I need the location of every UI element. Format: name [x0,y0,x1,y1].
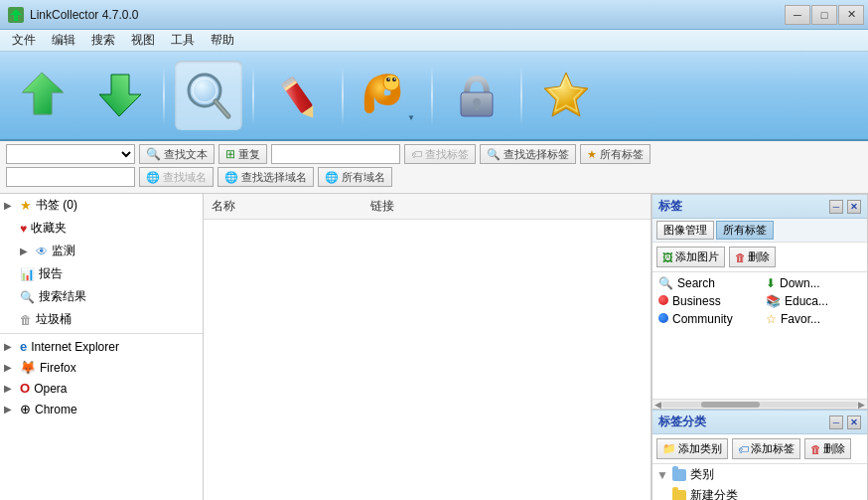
forward-button[interactable] [85,61,153,130]
svg-marker-21 [544,73,588,116]
tag-item-search[interactable]: 🔍 Search [652,274,760,292]
tags-scrollbar[interactable]: ◀ ▶ [652,399,867,409]
menu-file[interactable]: 文件 [4,30,44,51]
tree-item-chrome[interactable]: ▶ ⊕ Chrome [0,399,203,419]
expand-opera: ▶ [4,383,16,394]
tree-item-monitor[interactable]: ▶ 👁 监测 [0,240,203,262]
toolbar-divider-4 [431,66,433,125]
all-domains-button[interactable]: 🌐 所有域名 [318,167,392,187]
cat-tree-item-root[interactable]: ▼ 类别 [652,464,867,485]
search-dropdown[interactable] [6,144,135,164]
firefox-label: Firefox [40,361,76,375]
menu-tools[interactable]: 工具 [163,30,203,51]
heart-icon: ♥ [20,222,27,236]
firefox-icon: 🦊 [20,360,36,375]
categories-close-btn[interactable]: ✕ [847,416,861,429]
tag-download-icon: ⬇ [766,276,776,290]
tag-item-favorite[interactable]: ☆ Favor... [760,310,867,328]
expand-bookmarks: ▶ [4,200,16,211]
scroll-left-btn[interactable]: ◀ [654,400,661,410]
tree-item-reports[interactable]: 📊 报告 [0,262,203,285]
tree-item-search-results[interactable]: 🔍 搜索结果 [0,285,203,308]
star-button[interactable] [532,61,600,130]
search-row-1: 🔍 查找文本 ⊞ 重复 🏷 查找标签 🔍 查找选择标签 ★ 所有标签 [6,144,862,164]
tag-download-label: Down... [780,276,820,290]
menu-view[interactable]: 视图 [123,30,163,51]
scrollbar-thumb[interactable] [701,402,760,408]
back-button[interactable] [10,61,77,130]
svg-point-16 [388,79,390,81]
delete-category-button[interactable]: 🗑 删除 [804,438,851,459]
find-text-button[interactable]: 🔍 查找文本 [139,144,215,164]
left-panel: ▶ ★ 书签 (0) ♥ 收藏夹 ▶ 👁 监测 📊 报告 🔍 搜索结果 🗑 垃圾… [0,194,204,500]
star-icon-bookmarks: ★ [20,198,32,213]
svg-line-7 [216,101,228,116]
tree-item-ie[interactable]: ▶ e Internet Explorer [0,336,203,357]
categories-minimize-btn[interactable]: ─ [829,416,843,429]
svg-point-17 [394,79,396,81]
back-arrow-icon [14,65,73,126]
all-domains-icon: 🌐 [325,171,339,184]
tag-item-business[interactable]: Business [652,292,760,310]
all-tags-button[interactable]: ★ 所有标签 [580,144,651,164]
add-tag-button[interactable]: 🏷 添加标签 [732,438,800,459]
tree-item-opera[interactable]: ▶ O Opera [0,378,203,399]
filter-all-tags[interactable]: 所有标签 [716,221,774,240]
tags-section-header: 标签 ─ ✕ [652,195,867,219]
col-link-header: 链接 [370,198,643,215]
minimize-button[interactable]: ─ [785,5,810,25]
categories-section-controls: ─ ✕ [829,416,861,429]
close-button[interactable]: ✕ [838,5,864,25]
tree-item-firefox[interactable]: ▶ 🦊 Firefox [0,357,203,378]
lock-icon [447,65,506,126]
svg-marker-3 [99,75,141,116]
menu-search[interactable]: 搜索 [83,30,123,51]
tag-community-label: Community [672,312,733,326]
tag-business-icon [658,294,668,308]
edit-button[interactable] [264,61,332,130]
tag-item-download[interactable]: ⬇ Down... [760,274,867,292]
scroll-right-btn[interactable]: ▶ [858,400,865,410]
add-category-button[interactable]: 📁 添加类别 [656,438,728,459]
filter-image-mgmt[interactable]: 图像管理 [656,221,714,240]
window-controls: ─ □ ✕ [785,5,864,25]
tags-minimize-btn[interactable]: ─ [829,200,843,214]
search-icon [179,65,238,126]
maximize-button[interactable]: □ [811,5,837,25]
center-header: 名称 链接 [204,194,651,220]
lock-button[interactable] [443,61,510,130]
tag-item-education[interactable]: 📚 Educa... [760,292,867,310]
add-image-icon: 🖼 [662,251,673,263]
search-button[interactable] [175,61,242,130]
menu-help[interactable]: 帮助 [203,30,242,51]
title-bar: LinkCollector 4.7.0.0 ─ □ ✕ [0,0,868,30]
worm-button[interactable]: ▼ [354,61,421,130]
tag-education-label: Educa... [785,294,828,308]
scrollbar-track[interactable] [661,402,858,408]
menu-edit[interactable]: 编辑 [44,30,83,51]
tag-favorite-label: Favor... [781,312,820,326]
bookmarks-label: 书签 (0) [36,197,77,214]
delete-tag-image-button[interactable]: 🗑 删除 [729,247,776,267]
tree-item-trash[interactable]: 🗑 垃圾桶 [0,308,203,331]
tag-search-input[interactable] [271,144,400,164]
tag-item-community[interactable]: Community [652,310,760,328]
report-icon: 📊 [20,267,35,281]
find-domain-button[interactable]: 🌐 查找域名 [139,167,214,187]
find-tag-button[interactable]: 🏷 查找标签 [404,144,476,164]
tag-community-icon [658,312,668,326]
find-selected-tag-button[interactable]: 🔍 查找选择标签 [480,144,576,164]
expand-categories: ▼ [656,468,668,482]
tree-item-bookmarks[interactable]: ▶ ★ 书签 (0) [0,194,203,217]
categories-toolbar: 📁 添加类别 🏷 添加标签 🗑 删除 [652,434,867,464]
domain-search-input[interactable] [6,167,135,187]
search-area: 🔍 查找文本 ⊞ 重复 🏷 查找标签 🔍 查找选择标签 ★ 所有标签 🌐 查找域… [0,141,868,194]
find-selected-domain-button[interactable]: 🌐 查找选择域名 [217,167,314,187]
tags-close-btn[interactable]: ✕ [847,200,861,214]
expand-monitor: ▶ [20,246,32,256]
center-content[interactable] [204,220,651,500]
duplicate-button[interactable]: ⊞ 重复 [218,144,267,164]
tree-item-favorites[interactable]: ♥ 收藏夹 [0,217,203,240]
cat-tree-item-new[interactable]: 新建分类 [652,485,867,500]
add-image-button[interactable]: 🖼 添加图片 [656,247,725,267]
